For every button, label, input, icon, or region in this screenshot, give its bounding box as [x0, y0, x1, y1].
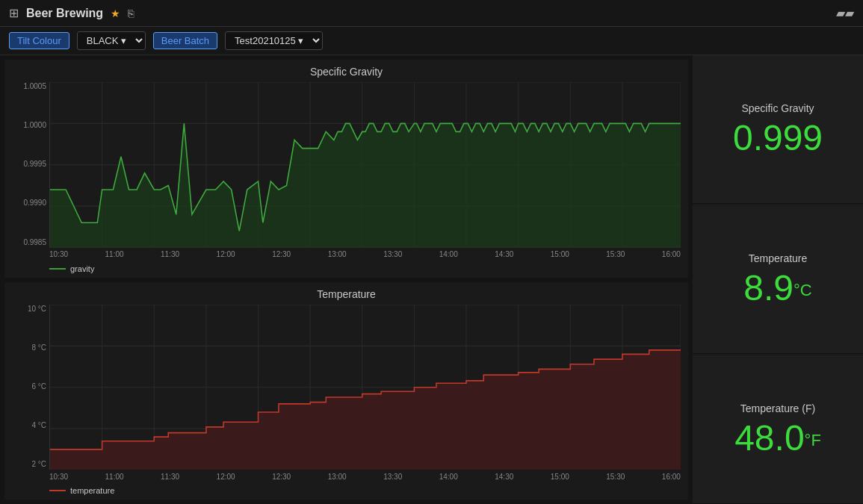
temperature-x-label: 10:30: [49, 473, 68, 481]
gravity-y-labels: 1.0005 1.0000 0.9995 0.9990 0.9985: [12, 82, 49, 246]
gravity-legend-label: gravity: [70, 264, 94, 273]
app-title: Beer Brewing: [26, 7, 103, 20]
gravity-stat-label: Specific Gravity: [741, 102, 814, 114]
temp-c-stat-value: 8.9°C: [743, 270, 811, 306]
main-content: Specific Gravity 1.0005 1.0000 0.9995 0.…: [0, 55, 863, 504]
temperature-chart-title: Temperature: [12, 288, 681, 300]
gravity-legend-line: [49, 268, 66, 270]
right-panel: Specific Gravity 0.999 Temperature 8.9°C…: [693, 55, 863, 504]
gravity-y-label: 0.9985: [23, 238, 46, 246]
temperature-x-label: 14:00: [439, 473, 458, 481]
gravity-chart-title: Specific Gravity: [12, 66, 681, 78]
gravity-x-labels: 10:30 11:00 11:30 12:00 12:30 13:00 13:3…: [49, 248, 681, 261]
temp-c-stat-card: Temperature 8.9°C: [693, 205, 863, 354]
gravity-y-label: 1.0005: [23, 82, 46, 90]
gravity-x-label: 12:30: [272, 250, 291, 258]
gravity-y-label: 0.9990: [23, 199, 46, 207]
gravity-plot: [49, 82, 681, 248]
gravity-x-label: 10:30: [49, 250, 68, 258]
gravity-x-label: 14:00: [439, 250, 458, 258]
temperature-x-label: 12:30: [272, 473, 291, 481]
temperature-chart-panel: Temperature 10 °C 8 °C 6 °C 4 °C 2 °C: [4, 282, 688, 500]
temperature-svg: [50, 305, 681, 470]
temperature-x-label: 11:30: [161, 473, 179, 481]
gravity-x-label: 15:30: [606, 250, 625, 258]
temperature-x-label: 13:30: [383, 473, 402, 481]
gravity-svg: [50, 82, 681, 248]
temperature-x-label: 15:00: [551, 473, 569, 481]
svg-marker-35: [50, 349, 681, 470]
temperature-x-label: 12:00: [217, 473, 235, 481]
temperature-x-label: 13:00: [328, 473, 347, 481]
temperature-chart-container: 10 °C 8 °C 6 °C 4 °C 2 °C: [12, 305, 681, 484]
temperature-legend: temperature: [12, 486, 681, 495]
gravity-legend: gravity: [12, 264, 681, 273]
star-icon[interactable]: ★: [111, 7, 120, 19]
gravity-stat-value: 0.999: [733, 120, 823, 156]
temperature-y-label: 10 °C: [28, 305, 46, 313]
gravity-y-label: 1.0000: [23, 121, 46, 129]
bars-icon[interactable]: ▰▰: [836, 6, 854, 20]
beer-batch-button[interactable]: Beer Batch: [153, 32, 217, 49]
temp-f-stat-card: Temperature (F) 48.0°F: [693, 355, 863, 504]
temperature-x-label: 15:30: [606, 473, 625, 481]
charts-area: Specific Gravity 1.0005 1.0000 0.9995 0.…: [0, 55, 693, 504]
gravity-y-label: 0.9995: [23, 160, 46, 168]
gravity-x-label: 15:00: [551, 250, 569, 258]
temperature-y-label: 8 °C: [31, 343, 46, 352]
gravity-chart-panel: Specific Gravity 1.0005 1.0000 0.9995 0.…: [4, 60, 688, 278]
gravity-x-label: 13:00: [328, 250, 347, 258]
gravity-x-label: 12:00: [217, 250, 235, 258]
temperature-y-label: 2 °C: [31, 460, 46, 468]
toolbar: Tilt Colour BLACK ▾ Beer Batch Test20210…: [0, 27, 863, 55]
gravity-x-label: 11:30: [161, 250, 179, 258]
gravity-stat-card: Specific Gravity 0.999: [693, 55, 863, 204]
tilt-colour-button[interactable]: Tilt Colour: [9, 32, 69, 49]
share-icon[interactable]: ⎘: [128, 7, 134, 19]
temperature-x-label: 16:00: [662, 473, 681, 481]
temp-f-stat-value: 48.0°F: [734, 420, 821, 456]
temp-c-stat-label: Temperature: [749, 252, 808, 264]
gravity-x-label: 16:00: [662, 250, 681, 258]
app-header: ⊞ Beer Brewing ★ ⎘ ▰▰: [0, 0, 863, 27]
temperature-y-labels: 10 °C 8 °C 6 °C 4 °C 2 °C: [12, 305, 49, 469]
temperature-y-label: 6 °C: [31, 382, 46, 391]
temperature-plot: [49, 305, 681, 470]
tilt-colour-select[interactable]: BLACK ▾: [77, 31, 146, 50]
temp-f-stat-label: Temperature (F): [740, 402, 815, 414]
temperature-legend-label: temperature: [70, 486, 114, 495]
beer-batch-select[interactable]: Test20210125 ▾: [225, 31, 323, 50]
svg-marker-17: [50, 123, 681, 247]
temperature-x-label: 14:30: [495, 473, 513, 481]
gravity-x-label: 11:00: [105, 250, 124, 258]
temperature-x-labels: 10:30 11:00 11:30 12:00 12:30 13:00 13:3…: [49, 470, 681, 483]
gravity-x-label: 14:30: [495, 250, 513, 258]
temperature-legend-line: [49, 490, 66, 491]
temperature-y-label: 4 °C: [31, 421, 46, 429]
temperature-x-label: 11:00: [105, 473, 124, 481]
gravity-x-label: 13:30: [383, 250, 402, 258]
gravity-chart-container: 1.0005 1.0000 0.9995 0.9990 0.9985: [12, 82, 681, 261]
grid-icon: ⊞: [9, 6, 19, 20]
